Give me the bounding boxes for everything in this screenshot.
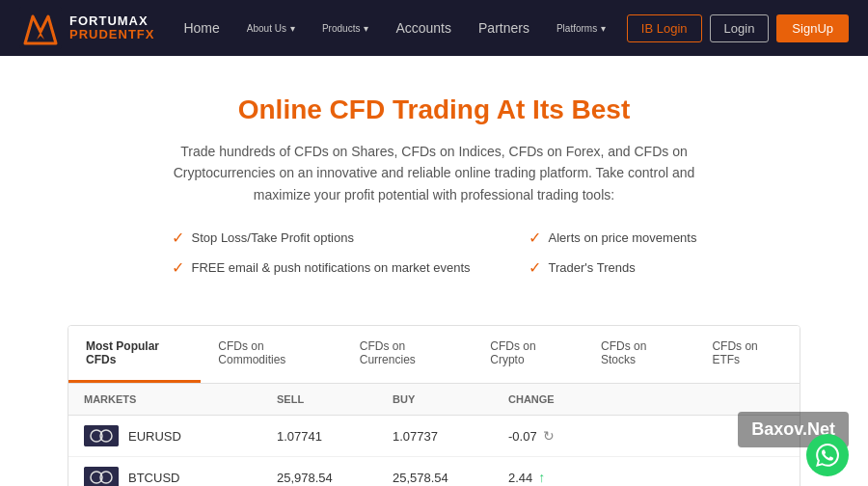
nav-platforms[interactable]: Platforms ▾ bbox=[556, 23, 606, 34]
market-table-section: Most Popular CFDs CFDs on Commodities CF… bbox=[68, 325, 800, 486]
check-icon-3: ✓ bbox=[529, 229, 541, 247]
th-change: CHANGE bbox=[508, 393, 784, 405]
currency-icon-eurusd bbox=[84, 425, 119, 446]
change-icon-eurusd: ↻ bbox=[543, 428, 555, 444]
features-list: ✓ Stop Loss/Take Profit options ✓ FREE e… bbox=[19, 229, 849, 277]
nav-buttons: IB Login Login SignUp bbox=[627, 14, 849, 42]
logo-text: FORTUMAX PRUDENTFX bbox=[69, 14, 154, 42]
check-icon-1: ✓ bbox=[172, 229, 184, 247]
feature-item-1: ✓ Stop Loss/Take Profit options bbox=[172, 229, 471, 247]
logo-icon bbox=[19, 7, 62, 49]
nav-products[interactable]: Products ▾ bbox=[322, 23, 368, 34]
th-markets: MARKETS bbox=[84, 393, 277, 405]
svg-rect-6 bbox=[84, 467, 119, 486]
row-buy-eurusd: 1.07737 bbox=[393, 429, 508, 444]
th-sell: SELL bbox=[277, 393, 393, 405]
th-buy: BUY bbox=[393, 393, 508, 405]
feature-item-2: ✓ FREE email & push notifications on mar… bbox=[172, 258, 471, 277]
row-sell-btcusd: 25,978.54 bbox=[277, 471, 393, 485]
tab-etfs[interactable]: CFDs on ETFs bbox=[694, 326, 800, 383]
feature-col-left: ✓ Stop Loss/Take Profit options ✓ FREE e… bbox=[172, 229, 471, 277]
nav-home[interactable]: Home bbox=[183, 20, 219, 36]
nav-links: Home About Us ▾ Products ▾ Accounts Part… bbox=[183, 20, 626, 36]
market-name-btcusd: BTCUSD bbox=[128, 471, 179, 485]
market-name-eurusd: EURUSD bbox=[128, 429, 181, 444]
nav-accounts[interactable]: Accounts bbox=[395, 20, 451, 36]
tab-stocks[interactable]: CFDs on Stocks bbox=[583, 326, 694, 383]
whatsapp-icon bbox=[816, 444, 839, 467]
svg-rect-3 bbox=[84, 425, 119, 446]
logo[interactable]: FORTUMAX PRUDENTFX bbox=[19, 7, 154, 49]
brand-name-line1: FORTUMAX bbox=[69, 14, 154, 28]
row-sell-eurusd: 1.07741 bbox=[277, 429, 393, 444]
hero-title: Online CFD Trading At Its Best bbox=[19, 94, 849, 125]
feature-col-right: ✓ Alerts on price movements ✓ Trader's T… bbox=[529, 229, 697, 277]
row-change-btcusd: 2.44 ↑ bbox=[508, 470, 784, 485]
tab-currencies[interactable]: CFDs on Currencies bbox=[342, 326, 474, 383]
nav-about[interactable]: About Us ▾ bbox=[247, 23, 295, 34]
signup-button[interactable]: SignUp bbox=[776, 14, 849, 42]
navbar: FORTUMAX PRUDENTFX Home About Us ▾ Produ… bbox=[0, 0, 868, 56]
feature-item-3: ✓ Alerts on price movements bbox=[529, 229, 697, 247]
change-icon-btcusd: ↑ bbox=[538, 470, 545, 485]
check-icon-4: ✓ bbox=[529, 258, 541, 277]
table-row[interactable]: BTCUSD 25,978.54 25,578.54 2.44 ↑ bbox=[68, 457, 800, 486]
row-market-btcusd: BTCUSD bbox=[84, 467, 277, 486]
ib-login-button[interactable]: IB Login bbox=[627, 14, 702, 42]
table-row[interactable]: EURUSD 1.07741 1.07737 -0.07 ↻ bbox=[68, 416, 800, 457]
brand-name-line2: PRUDENTFX bbox=[69, 28, 154, 41]
hero-section: Online CFD Trading At Its Best Trade hun… bbox=[0, 56, 868, 296]
hero-description: Trade hundreds of CFDs on Shares, CFDs o… bbox=[145, 141, 723, 205]
tab-commodities[interactable]: CFDs on Commodities bbox=[201, 326, 341, 383]
currency-icon-btcusd bbox=[84, 467, 119, 486]
feature-item-4: ✓ Trader's Trends bbox=[529, 258, 697, 277]
nav-partners[interactable]: Partners bbox=[478, 20, 529, 36]
table-header: MARKETS SELL BUY CHANGE bbox=[68, 384, 800, 416]
whatsapp-button[interactable] bbox=[806, 434, 849, 476]
tab-crypto[interactable]: CFDs on Crypto bbox=[473, 326, 583, 383]
row-buy-btcusd: 25,578.54 bbox=[393, 471, 508, 485]
login-button[interactable]: Login bbox=[710, 14, 770, 42]
row-market-eurusd: EURUSD bbox=[84, 425, 277, 446]
market-tabs: Most Popular CFDs CFDs on Commodities CF… bbox=[68, 326, 800, 384]
check-icon-2: ✓ bbox=[172, 258, 184, 277]
tab-most-popular[interactable]: Most Popular CFDs bbox=[68, 326, 201, 383]
